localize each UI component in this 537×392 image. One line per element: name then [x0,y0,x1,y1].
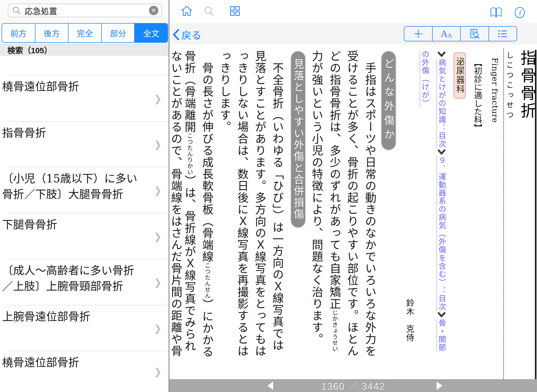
total-pages: 3442 [362,381,385,392]
back-button[interactable]: 戻る [172,27,201,42]
reader-body-b4: 力が強いという小児の特徴により、問題なく治ります。 [311,50,322,345]
text-segment: っきりします。 [218,50,231,133]
text-segment: ないことがあるので、骨端線をはさんだ骨片間の距離や骨 [169,50,182,357]
chevron-right-icon: ❯ [154,277,162,288]
back-label: 戻る [181,27,201,42]
search-icon [12,6,21,15]
chevron-right-icon: ❯ [154,93,162,104]
text-segment: 骨折（骨端離開 [183,50,196,133]
reader-english-english: Finger fracture [491,58,499,123]
reader-body-b8: っきりします。 [219,50,230,133]
clear-search-icon[interactable]: ✕ [149,6,158,15]
result-row[interactable]: 指骨骨折❯ [0,122,169,167]
search-icon[interactable] [203,5,216,18]
result-row[interactable]: 〔成人～高齢者に多い骨折／上肢〕上腕骨頸部骨折❯ [0,259,169,305]
next-page-button[interactable] [437,382,442,390]
scroll-indicator[interactable] [535,50,536,379]
ruby-annotation: こつたんせん [204,263,210,299]
result-title: 指骨骨折 [0,122,169,141]
text-segment: Finger fracture [490,58,500,123]
reader-department-dept-box: 泌尿器科 [454,52,466,99]
search-input[interactable] [24,6,149,15]
search-mode-group: 前方後方完全部分全文 [2,23,168,43]
reader-toolbar: 戻る AA [169,23,537,44]
search-mode-backward[interactable]: 後方 [35,24,68,42]
reader-reading-reading: しこつこっせつ [506,51,513,121]
title-separator-rule [503,48,504,379]
home-icon[interactable] [180,5,193,17]
reader-body-b9: 骨の長さが伸びる成長軟骨板（骨端線こつたんせん）にかかる [201,50,212,358]
table-of-contents-button[interactable] [488,27,517,41]
info-icon[interactable]: i [513,6,526,19]
search-mode-exact[interactable]: 完全 [68,24,101,42]
chevron-down-icon [438,51,445,58]
results-count-header: 検索（105） [0,44,169,56]
search-header: ✕ 前方後方完全部分全文 [0,0,169,44]
text-segment: 手指はスポーツや日常の動きのなかでいろいろな外力を [363,50,376,357]
book-icon[interactable] [490,6,502,19]
chevron-left-icon [172,29,180,41]
reader-body-b2: 受けることが多く、骨折の起こりやすい部位です。ほとん [346,50,357,357]
text-segment: ）にかかる [200,299,213,358]
search-mode-partial[interactable]: 部分 [101,24,135,42]
text-segment: 鈴木 克侍 [405,299,414,342]
text-segment: 泌尿器科 [455,57,465,94]
page-navigation-bar: 1360 ／ 3442 [169,379,537,392]
svg-text:i: i [519,8,521,17]
result-row[interactable]: 〔小児（15歳以下）に多い骨折／下肢〕大腿骨骨折❯ [0,167,169,213]
text-segment: 不全骨折（いわゆる「ひび」）は一方向のＸ線写真では [271,50,284,351]
text-segment: の外傷（けが） [420,50,429,107]
add-icon [412,28,424,40]
result-title: 橈骨遠位部骨折 [0,75,169,95]
chevron-right-icon: ❯ [154,185,162,196]
chevron-down-icon [438,311,445,319]
reader-label-dept-label: 【初診に適した科】 [473,59,481,132]
search-in-page-icon [468,28,481,40]
result-row[interactable]: 橈骨遠位部骨折❯ [0,351,169,392]
text-segment: どの指骨骨折は、多少のずれがあっても自家矯正 [328,50,341,310]
result-row[interactable]: 下腿骨骨折❯ [0,213,169,259]
search-in-page-button[interactable] [460,27,488,41]
reader-body-b11: ないことがあるので、骨端線をはさんだ骨片間の距離や骨 [170,50,181,357]
reader-title-title: 指骨骨折 [519,50,535,120]
search-mode-fulltext[interactable]: 全文 [134,24,168,42]
add-bookmark-button[interactable] [404,27,432,41]
grid-icon[interactable] [229,5,241,17]
result-row[interactable]: 橈骨遠位部骨折❯ [0,75,169,122]
text-segment: 【初診に適した科】 [473,59,482,132]
text-segment: ９．運動器系の病気（外傷を含む）：目次 [437,156,446,311]
empty-row [0,56,169,75]
reader-body-b6: 見落とすことがあります。多方向のＸ線写真をとってもは [254,50,265,357]
text-segment: しこつこっせつ [505,51,514,121]
result-title: 橈骨遠位部骨折 [0,351,169,371]
reader-body-b3: どの指骨骨折は、多少のずれがあっても自家矯正じかきょうせい [329,50,340,352]
reader-link-link2[interactable]: の外傷（けが） [421,50,428,107]
text-segment: 指骨骨折 [518,50,536,120]
reader-body-b7: っきりしない場合は、数日後にＸ線写真を再撮影するとは [236,50,248,357]
previous-page-button[interactable] [267,382,273,390]
result-title: 〔成人～高齢者に多い骨折／上肢〕上腕骨頸部骨折 [0,259,169,294]
search-panel: ✕ 前方後方完全部分全文 検索（105） 橈骨遠位部骨折❯指骨骨折❯〔小児（15… [0,0,169,392]
text-segment: 見落としやすい外傷と合併損傷 [292,59,304,220]
text-segment: 病気とけがの知識：目次 [437,59,446,148]
result-title: 上腕骨遠位部骨折 [0,305,169,325]
ruby-annotation: じかきょうせい [331,310,338,352]
reader-link-link1[interactable]: 病気とけがの知識：目次９．運動器系の病気（外傷を含む）：目次骨・関節 [438,50,445,352]
font-size-icon: A [441,28,448,39]
font-size-button[interactable]: AA [432,27,460,41]
search-results-list: 橈骨遠位部骨折❯指骨骨折❯〔小児（15歳以下）に多い骨折／下肢〕大腿骨骨折❯下腿… [0,56,169,392]
text-segment: 見落とすことがあります。多方向のＸ線写真をとってもは [253,50,266,357]
list-icon [496,28,509,40]
reader-body-b10: 骨折（骨端離開こつたんりかい）は、骨折線がＸ線写真でみられ [184,50,195,352]
reader-body-b1: 手指はスポーツや日常の動きのなかでいろいろな外力を [364,50,375,357]
search-mode-forward[interactable]: 前方 [2,24,35,42]
search-field[interactable]: ✕ [8,4,162,17]
result-row[interactable]: 上腕骨遠位部骨折❯ [0,305,169,351]
reader-panel: i 戻る AA [169,0,537,392]
chevron-down-icon [438,149,445,156]
text-segment: ）は、骨折線がＸ線写真でみられ [183,175,196,352]
text-segment: 力が強いという小児の特徴により、問題なく治ります。 [310,50,323,345]
page-position: 1360 ／ 3442 [321,379,385,392]
reader-heading-h1: どんな外傷か [382,51,396,150]
reader-body-b5: 不全骨折（いわゆる「ひび」）は一方向のＸ線写真では [271,50,283,351]
